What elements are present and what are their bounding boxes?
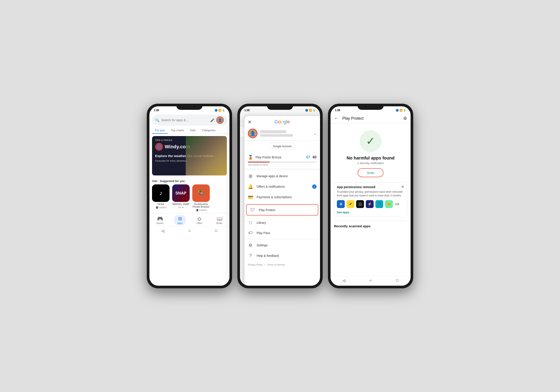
play-pass-icon: 🏷 bbox=[248, 230, 253, 235]
tab-for-you[interactable]: For you bbox=[152, 127, 168, 134]
menu-play-pass[interactable]: 🏷 Play Pass bbox=[244, 228, 320, 238]
shield-icon-circle: ✓ bbox=[360, 130, 381, 152]
windy-icon: 🌀 bbox=[155, 143, 163, 151]
menu-play-protect[interactable]: 🛡 Play Protect bbox=[246, 204, 318, 215]
nav-books[interactable]: 📖 Books bbox=[213, 215, 226, 225]
pp-header: 🥉 Play Points Bronze 💎 60 bbox=[248, 155, 317, 160]
app-icons-row: 🖥 ✔ ⬛ ⚡ 🎵 😊 bbox=[337, 200, 404, 208]
divider-2 bbox=[244, 203, 320, 203]
tiktok-icon: ♪ bbox=[152, 184, 170, 202]
account-chevron[interactable]: ⌄ bbox=[314, 131, 317, 136]
shield-check-icon: ✓ bbox=[366, 135, 375, 147]
status-icons-2: 🔵 📶 🔋 bbox=[305, 109, 316, 112]
nav-games-label: Games bbox=[156, 222, 163, 224]
menu-help[interactable]: ? Help & feedback bbox=[244, 251, 320, 261]
menu-offers-notifications[interactable]: 🔔 Offers & notifications 2 bbox=[244, 181, 320, 192]
pp-points-value: 60 bbox=[313, 155, 317, 159]
tabs-1: For you Top charts Kids Categories bbox=[150, 127, 230, 134]
tab-kids[interactable]: Kids bbox=[187, 127, 199, 134]
play-protect-content: ✓ No harmful apps found 1 security notif… bbox=[330, 124, 410, 276]
phone-1: 1:28 🔵 📶 🔋 🔍 🎤 👤 For you Top charts Kids… bbox=[147, 104, 232, 288]
close-overlay-btn[interactable]: ✕ bbox=[248, 120, 251, 125]
screen-3: 1:28 🔵 📶 🔋 ← Play Protect ⚙ ✓ No harmful… bbox=[330, 106, 410, 286]
nav-games[interactable]: 🎮 Games bbox=[153, 215, 167, 225]
payments-icon: 💳 bbox=[248, 194, 253, 200]
back-btn-3[interactable]: ◁ bbox=[340, 278, 347, 283]
status-icons-1: 🔵 📶 🔋 bbox=[215, 109, 225, 112]
divider-3 bbox=[244, 216, 320, 217]
play-protect-icon: 🛡 bbox=[250, 207, 255, 212]
menu-section: ⊞ Manage apps & device 🔔 Offers & notifi… bbox=[244, 169, 320, 286]
back-icon[interactable]: ← bbox=[334, 115, 339, 121]
tiktok-name: TikTok bbox=[152, 203, 170, 205]
time-1: 1:28 bbox=[154, 109, 159, 112]
menu-manage-apps[interactable]: ⊞ Manage apps & device bbox=[244, 171, 320, 181]
nav-apps-label: Apps bbox=[177, 222, 182, 224]
settings-gear-icon[interactable]: ⚙ bbox=[403, 116, 407, 121]
recent-btn-1[interactable]: □ bbox=[213, 228, 220, 233]
app-card-tiktok[interactable]: ♪ TikTok 📲Installed bbox=[152, 184, 170, 211]
help-text: Help & feedback bbox=[257, 254, 317, 257]
recent-btn-3[interactable]: □ bbox=[394, 278, 401, 283]
marvel-icon: SNAP bbox=[172, 184, 190, 202]
apps-icon: ⊞ bbox=[178, 216, 182, 221]
back-btn-1[interactable]: ◁ bbox=[159, 228, 166, 233]
permissions-notification: ✕ App permissions removed To protect you… bbox=[334, 182, 407, 217]
divider-4 bbox=[244, 239, 320, 239]
ddg-sub: 📲Installed bbox=[192, 209, 210, 211]
tab-top-charts[interactable]: Top charts bbox=[168, 127, 187, 134]
app-card-ddg[interactable]: 🦆 DuckDuckGo Private Browser 📲Installed bbox=[192, 184, 210, 211]
home-btn-1[interactable]: ○ bbox=[186, 228, 193, 233]
pp-progress-bar bbox=[248, 162, 317, 162]
offers-icon: ◇ bbox=[198, 216, 201, 221]
pp-title-text: Play Points Bronze bbox=[256, 156, 303, 159]
privacy-link[interactable]: Privacy Policy bbox=[248, 263, 263, 266]
status-icons-3: 🔵 📶 🔋 bbox=[396, 109, 406, 112]
bottom-nav-1: 🎮 Games ⊞ Apps ◇ Offers 📖 Books bbox=[150, 213, 230, 226]
search-icon-1: 🔍 bbox=[155, 118, 160, 122]
marvel-sub: 4.5 ★ bbox=[172, 206, 190, 209]
no-harmful-apps-text: No harmful apps found bbox=[347, 156, 395, 161]
menu-library[interactable]: □ Library bbox=[244, 217, 320, 228]
nav-offers-label: Offers bbox=[196, 222, 202, 224]
pp-app-icon-4: ⚡ bbox=[366, 200, 374, 208]
search-bar-1[interactable]: 🔍 🎤 👤 bbox=[152, 115, 227, 126]
manage-apps-text: Manage apps & device bbox=[257, 174, 317, 178]
weather-bg bbox=[186, 136, 227, 175]
avatar-1[interactable]: 👤 bbox=[216, 116, 224, 124]
sys-nav-1: ◁ ○ □ bbox=[150, 226, 230, 236]
menu-settings[interactable]: ⚙ Settings bbox=[244, 240, 320, 251]
account-avatar: 👤 bbox=[248, 129, 258, 138]
nav-offers[interactable]: ◇ Offers bbox=[193, 215, 206, 225]
screen-1: 1:28 🔵 📶 🔋 🔍 🎤 👤 For you Top charts Kids… bbox=[150, 106, 230, 286]
app-grid-1: ♪ TikTok 📲Installed SNAP MARVEL SNAP 4.5… bbox=[150, 183, 230, 213]
settings-text: Settings bbox=[257, 243, 317, 247]
pp-app-icon-3: ⬛ bbox=[356, 200, 364, 208]
time-3: 1:28 bbox=[335, 109, 340, 112]
account-email bbox=[260, 134, 293, 137]
google-logo: Google bbox=[244, 116, 320, 126]
pp-progress-fill bbox=[248, 162, 270, 162]
promo-card-1[interactable]: Tips & tricks 🌀 Windy.com Explore the we… bbox=[152, 136, 227, 175]
see-apps-link[interactable]: See apps bbox=[337, 211, 349, 214]
google-account-btn[interactable]: Google Account bbox=[268, 143, 296, 150]
play-protect-top-bar: ← Play Protect ⚙ bbox=[330, 113, 410, 124]
menu-payments[interactable]: 💳 Payments & subscriptions bbox=[244, 192, 320, 202]
play-points-section[interactable]: 🥉 Play Points Bronze 💎 60 130 points to … bbox=[244, 152, 320, 169]
scan-button[interactable]: Scan bbox=[358, 168, 383, 177]
nav-apps[interactable]: ⊞ Apps bbox=[174, 215, 186, 225]
more-apps-badge: +12 bbox=[395, 202, 399, 206]
divider-1 bbox=[244, 170, 320, 170]
mic-icon-1[interactable]: 🎤 bbox=[210, 118, 215, 122]
app-card-marvel[interactable]: SNAP MARVEL SNAP 4.5 ★ bbox=[172, 184, 190, 211]
settings-icon: ⚙ bbox=[248, 243, 253, 248]
notification-close-btn[interactable]: ✕ bbox=[401, 184, 404, 189]
tab-categories[interactable]: Categories bbox=[199, 127, 219, 134]
tiktok-sub: 📲Installed bbox=[152, 206, 170, 209]
terms-link[interactable]: Terms of Service bbox=[267, 263, 285, 266]
manage-apps-icon: ⊞ bbox=[248, 173, 253, 179]
search-input-1[interactable] bbox=[161, 118, 209, 122]
home-btn-3[interactable]: ○ bbox=[367, 278, 374, 283]
library-icon: □ bbox=[248, 220, 253, 225]
phone-2: 1:28 🔵 📶 🔋 🔍 Search for apps & ... 🎤 👤 ✕… bbox=[237, 104, 323, 288]
